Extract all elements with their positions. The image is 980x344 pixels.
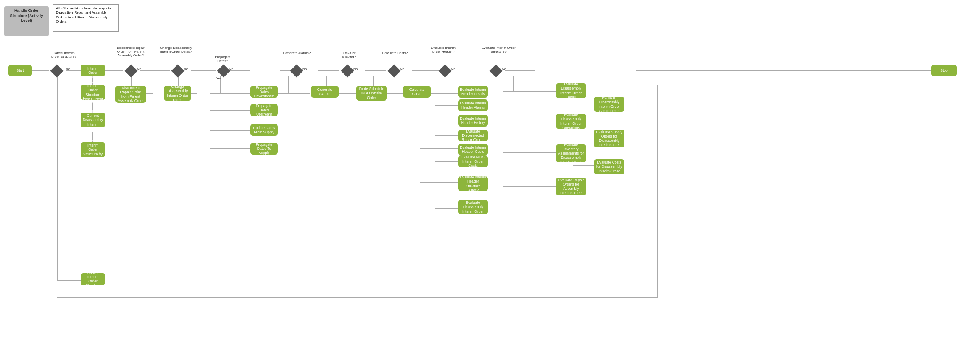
- propagate-downstream-node: Propagate Dates Downstream: [250, 86, 278, 98]
- generate-alarms-q-label: Generate Alarms?: [282, 51, 312, 55]
- flow-lines: [0, 0, 980, 344]
- eval-disassembly-order-detail-node: Evaluate Disassembly Interim Order Detai…: [556, 83, 586, 98]
- eval-disassembly-operations-node: Evaluate Disassembly Interim Order Opera…: [556, 114, 586, 129]
- update-dates-supply-node: Update Dates From Supply: [250, 124, 278, 136]
- start-node: Start: [8, 65, 32, 76]
- change-disassembly-diamond: [171, 64, 184, 77]
- eval-header-details-node: Evaluate Interim Header Details: [458, 86, 488, 98]
- title-text: Handle Order Structure (Activity Level): [10, 8, 43, 23]
- calculate-costs-node: Calculate Costs: [403, 86, 431, 98]
- generate-alarms-node: Generate Alarms: [311, 86, 339, 98]
- eval-costs-disassembly-node: Evaluate Costs for Disassembly Interim O…: [594, 159, 624, 174]
- propagate-upstream-node: Propagate Dates Upstream: [250, 104, 278, 116]
- disconnect-repair-diamond: [124, 64, 137, 77]
- release-interim-type-node: Release Interim Order Structure by Type: [81, 142, 105, 157]
- eval-mro-costs-node: Evaluate MRO Interim Order Costs: [458, 155, 488, 167]
- calculate-costs-q-label: Calculate Costs?: [380, 51, 410, 55]
- title-box: Handle Order Structure (Activity Level): [4, 6, 49, 36]
- finite-schedule-node: Finite Schedule MRO Interim Order: [356, 86, 387, 101]
- disconnect-repair-label: Disconnect Repair Order from Parent Asse…: [114, 46, 148, 57]
- eval-repair-orders-assembly-node: Evaluate Repair Orders for Assembly Inte…: [556, 178, 586, 195]
- cbs-no-label: No: [353, 67, 358, 71]
- generate-alarms-diamond: [290, 64, 303, 77]
- note-box: All of the activities here also apply to…: [53, 4, 119, 32]
- eval-interim-structure-diamond: [489, 64, 502, 77]
- disconnect-no-label: No: [137, 67, 141, 71]
- eval-inventory-assignments-node: Evaluate Inventory Assignments for Disas…: [556, 144, 586, 162]
- release-interim-node: Release Interim Order Structure: [81, 65, 105, 76]
- calculate-costs-diamond: [387, 64, 400, 77]
- cancel-interim-diamond: [50, 64, 63, 77]
- main-canvas: Handle Order Structure (Activity Level) …: [0, 0, 980, 344]
- eval-supply-orders-node: Evaluate Supply Orders for Disassembly I…: [594, 130, 624, 147]
- cbs-apb-diamond: [341, 64, 354, 77]
- eval-header-alarms-node: Evaluate Interim Header Alarms: [458, 99, 488, 111]
- cbs-apb-label: CBS/APB Enabled?: [334, 51, 364, 59]
- gen-no-label: No: [302, 67, 307, 71]
- eval-disassembly-components-node: Evaluate Disassembly Interim Order Compo…: [594, 97, 624, 112]
- eval-header-history-node: Evaluate Interim Header History: [458, 115, 488, 127]
- propagate-to-supply-node: Propagate Dates To Supply: [250, 143, 278, 155]
- eval-structure-no-label: No: [502, 67, 506, 71]
- cancel-interim-structure-node: Cancel Interim Order Structure: [81, 273, 105, 285]
- calc-no-label: No: [400, 67, 404, 71]
- eval-interim-header-q-label: Evaluate Interim Order Header?: [426, 46, 460, 54]
- disconnect-repair-node: Disconnect Repair Order from Parent Asse…: [115, 86, 146, 103]
- change-disassembly-node: Change Disassembly Interim Order Dates: [164, 86, 191, 101]
- eval-disassembly-interim-node: Evaluate Disassembly Interim Order: [458, 200, 488, 214]
- eval-interim-header-diamond: [438, 64, 451, 77]
- note-text: All of the activities here also apply to…: [56, 6, 111, 23]
- eval-header-structure-supply-node: Evaluate Interim Header Structure Supply: [458, 176, 488, 191]
- propagate-dates-diamond: [217, 64, 230, 77]
- release-current-disassembly-node: Release Current Disassembly Interim Orde…: [81, 113, 105, 127]
- stop-node: Stop: [931, 65, 957, 76]
- release-interim-current-node: Release Interim Order Structure from Cur…: [81, 85, 105, 100]
- eval-header-costs-node: Evaluate Interim Header Costs: [458, 144, 488, 155]
- cancel-interim-label: Cancel Interim Order Structure?: [49, 51, 78, 59]
- eval-disconnected-repair-node: Evaluate Disconnected Repair Orders: [458, 130, 488, 141]
- change-disassembly-label: Change Disassembly Interim Order Dates?: [159, 46, 193, 54]
- propagate-dates-label: Propagate Dates?: [210, 55, 235, 63]
- cancel-no-label: No: [66, 67, 70, 71]
- eval-interim-structure-q-label: Evaluate Interim Order Structure?: [481, 46, 517, 54]
- eval-header-no-label: No: [451, 67, 455, 71]
- prop-yes-label: Yes: [216, 76, 222, 80]
- change-no-label: No: [184, 67, 188, 71]
